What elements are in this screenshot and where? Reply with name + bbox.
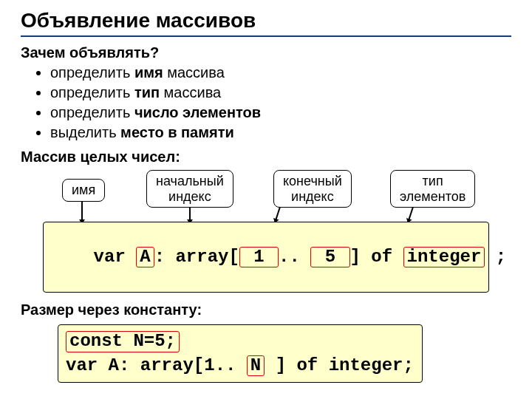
- hl-type: integer: [403, 247, 485, 267]
- labels-row: имя начальный индекс конечный индекс тип…: [21, 168, 511, 222]
- label-name: имя: [62, 179, 105, 202]
- why-list: определить имя массива определить тип ма…: [21, 63, 511, 143]
- label-element-type: тип элементов: [390, 170, 475, 208]
- list-item: выделить место в памяти: [50, 123, 511, 143]
- label-start-index: начальный индекс: [146, 170, 233, 208]
- hl-const: const N=5;: [66, 331, 180, 352]
- label-end-index: конечный индекс: [273, 170, 352, 208]
- connector: [81, 201, 83, 223]
- why-heading: Зачем объявлять?: [21, 44, 511, 61]
- const-heading: Размер через константу:: [21, 301, 511, 318]
- list-item: определить тип массива: [50, 83, 511, 103]
- list-item: определить число элементов: [50, 103, 511, 123]
- hl-name: A: [136, 247, 154, 267]
- connector: [274, 207, 281, 223]
- list-item: определить имя массива: [50, 63, 511, 83]
- title-rule: [21, 35, 511, 37]
- connector: [189, 207, 191, 223]
- hl-start: 1: [239, 247, 279, 267]
- hl-end: 5: [310, 247, 349, 267]
- hl-n: N: [247, 355, 265, 376]
- page-title: Объявление массивов: [21, 9, 511, 33]
- connector: [407, 207, 414, 223]
- code-const: const N=5; var A: array[1.. N ] of integ…: [58, 324, 423, 383]
- code-declaration: var A: array[ 1 .. 5 ] of integer ;: [43, 222, 489, 293]
- int-array-heading: Массив целых чисел:: [21, 149, 511, 166]
